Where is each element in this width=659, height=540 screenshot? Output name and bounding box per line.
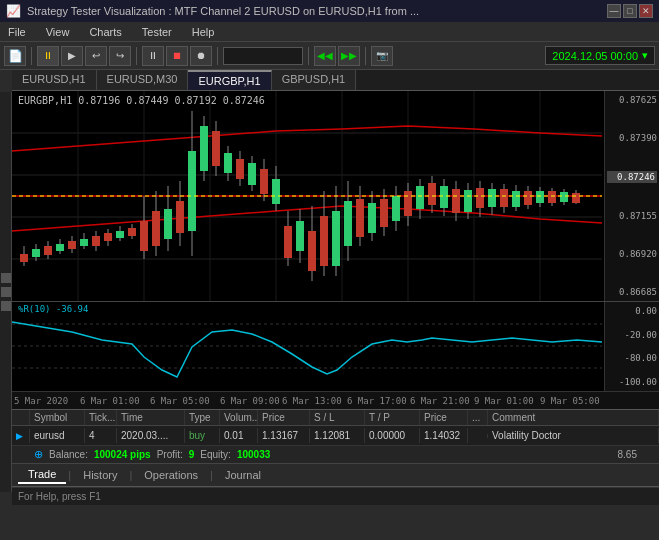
price-p2: 0.87155 xyxy=(607,211,657,221)
tb-new-chart[interactable]: 📄 xyxy=(4,46,26,66)
tab-journal[interactable]: Journal xyxy=(215,467,271,483)
chart-symbol-info: EURGBP,H1 0.87196 0.87449 0.87192 0.8724… xyxy=(18,95,265,106)
col-sl: S / L xyxy=(310,410,365,425)
svg-rect-52 xyxy=(248,163,256,185)
trade-row[interactable]: ▶ eurusd 4 2020.03.... buy 0.01 1.13167 … xyxy=(12,426,659,446)
svg-rect-22 xyxy=(68,241,76,249)
tab-eurgbp-h1[interactable]: EURGBP,H1 xyxy=(188,70,271,90)
svg-rect-102 xyxy=(548,191,556,203)
tb-sep1 xyxy=(31,47,32,65)
tab-trade[interactable]: Trade xyxy=(18,466,66,484)
time-label-9: 9 Mar 05:00 xyxy=(540,396,600,406)
sidebar-icon-1[interactable] xyxy=(1,273,11,283)
svg-rect-104 xyxy=(560,192,568,202)
time-label-3: 6 Mar 05:00 xyxy=(150,396,210,406)
tb-stop[interactable]: ⏹ xyxy=(166,46,188,66)
sub-chart-label: %R(10) -36.94 xyxy=(18,304,88,314)
titlebar-controls: — □ ✕ xyxy=(607,4,653,18)
col-comment: Comment xyxy=(488,410,659,425)
time-label-7: 6 Mar 21:00 xyxy=(410,396,470,406)
time-label-5: 6 Mar 13:00 xyxy=(282,396,342,406)
tb-next[interactable]: ▶▶ xyxy=(338,46,360,66)
dropdown-arrow-icon[interactable]: ▾ xyxy=(642,49,648,62)
svg-rect-62 xyxy=(308,231,316,271)
tb-step[interactable]: ↩ xyxy=(85,46,107,66)
price-high: 0.87625 xyxy=(607,95,657,105)
tb-sep3 xyxy=(217,47,218,65)
tb-progress-bar xyxy=(223,47,303,65)
svg-rect-66 xyxy=(332,211,340,266)
price-p4: 0.86685 xyxy=(607,287,657,297)
tab-eurusd-h1[interactable]: EURUSD,H1 xyxy=(12,70,97,90)
tab-eurusd-m30[interactable]: EURUSD,M30 xyxy=(97,70,189,90)
titlebar: 📈 Strategy Tester Visualization : MTF Ch… xyxy=(0,0,659,22)
equity-label: Equity: xyxy=(200,449,231,460)
svg-rect-46 xyxy=(212,131,220,166)
tb-screenshot[interactable]: 📷 xyxy=(371,46,393,66)
svg-rect-88 xyxy=(464,190,472,212)
menu-charts[interactable]: Charts xyxy=(85,26,125,38)
svg-rect-26 xyxy=(92,236,100,246)
tb-prev[interactable]: ◀◀ xyxy=(314,46,336,66)
svg-rect-14 xyxy=(20,254,28,262)
row-volume: 0.01 xyxy=(220,428,258,443)
sub-price-p1: 0.00 xyxy=(607,306,657,316)
balance-row: ⊕ Balance: 100024 pips Profit: 9 Equity:… xyxy=(12,446,659,464)
balance-plus-icon: ⊕ xyxy=(34,448,43,461)
col-time: Time xyxy=(117,410,185,425)
tb-sep2 xyxy=(136,47,137,65)
balance-right-value: 8.65 xyxy=(618,449,637,460)
row-tp: 0.00000 xyxy=(365,428,420,443)
status-text: For Help, press F1 xyxy=(18,491,101,502)
svg-rect-50 xyxy=(236,159,244,179)
col-volume: Volum... xyxy=(220,410,258,425)
trades-panel: Symbol Tick... Time Type Volum... Price … xyxy=(12,409,659,487)
statusbar: For Help, press F1 xyxy=(12,487,659,505)
chart-tabs: EURUSD,H1 EURUSD,M30 EURGBP,H1 GBPUSD,H1 xyxy=(12,70,659,91)
tab-operations[interactable]: Operations xyxy=(134,467,208,483)
col-symbol: Symbol xyxy=(30,410,85,425)
bottom-tabs: Trade | History | Operations | Journal xyxy=(12,464,659,487)
main-content: EURUSD,H1 EURUSD,M30 EURGBP,H1 GBPUSD,H1… xyxy=(0,70,659,505)
svg-rect-58 xyxy=(284,226,292,258)
close-button[interactable]: ✕ xyxy=(639,4,653,18)
svg-rect-96 xyxy=(512,191,520,207)
tb-pause2[interactable]: ⏸ xyxy=(142,46,164,66)
tb-sep4 xyxy=(308,47,309,65)
tab-history[interactable]: History xyxy=(73,467,127,483)
row-time: 2020.03.... xyxy=(117,428,185,443)
svg-rect-48 xyxy=(224,153,232,173)
menu-view[interactable]: View xyxy=(42,26,74,38)
price-current: 0.87246 xyxy=(607,171,657,183)
tb-record[interactable]: ⏺ xyxy=(190,46,212,66)
main-chart[interactable]: EURGBP,H1 0.87196 0.87449 0.87192 0.8724… xyxy=(12,91,659,301)
svg-rect-68 xyxy=(344,201,352,246)
menu-file[interactable]: File xyxy=(4,26,30,38)
maximize-button[interactable]: □ xyxy=(623,4,637,18)
row-dots xyxy=(468,434,488,438)
tb-back[interactable]: ↪ xyxy=(109,46,131,66)
svg-rect-30 xyxy=(116,231,124,238)
sub-price-p2: -20.00 xyxy=(607,330,657,340)
sub-chart[interactable]: %R(10) -36.94 0.00 -20.00 -80.00 -100.00 xyxy=(12,301,659,391)
tb-pause[interactable]: ⏸ xyxy=(37,46,59,66)
menu-tester[interactable]: Tester xyxy=(138,26,176,38)
time-label-1: 5 Mar 2020 xyxy=(14,396,68,406)
menu-help[interactable]: Help xyxy=(188,26,219,38)
tab-gbpusd-h1[interactable]: GBPUSD,H1 xyxy=(272,70,357,90)
svg-rect-28 xyxy=(104,233,112,241)
tab-sep-3: | xyxy=(208,469,215,481)
svg-rect-94 xyxy=(500,189,508,207)
sub-price-scale: 0.00 -20.00 -80.00 -100.00 xyxy=(604,302,659,391)
svg-rect-38 xyxy=(164,209,172,239)
sidebar-icon-3[interactable] xyxy=(1,301,11,311)
sidebar-icon-2[interactable] xyxy=(1,287,11,297)
col-tp: T / P xyxy=(365,410,420,425)
minimize-button[interactable]: — xyxy=(607,4,621,18)
svg-rect-60 xyxy=(296,221,304,251)
svg-rect-82 xyxy=(428,183,436,205)
sub-price-p4: -100.00 xyxy=(607,377,657,387)
toolbar-datetime[interactable]: 2024.12.05 00:00 ▾ xyxy=(545,46,655,65)
row-type: buy xyxy=(185,428,220,443)
tb-play[interactable]: ▶ xyxy=(61,46,83,66)
